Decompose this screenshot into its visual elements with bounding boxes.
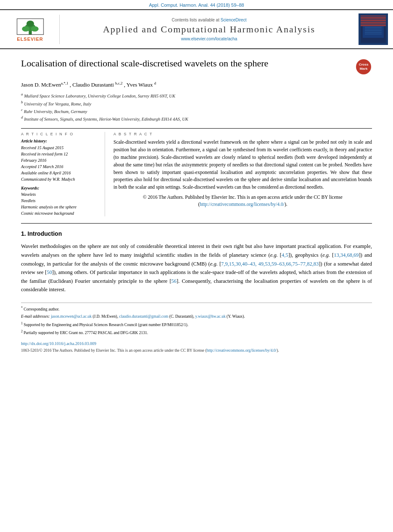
keyword-3: Harmonic analysis on the sphere: [21, 204, 99, 210]
footnote-2: 2 Partially supported by ERC Grant no. 2…: [21, 329, 372, 336]
ref-4-5[interactable]: 4,5: [282, 252, 288, 258]
author-separator-2: , Yves Wiaux: [124, 82, 154, 88]
article-info-abstract-columns: A R T I C L E I N F O Article history: R…: [21, 132, 372, 216]
history-received: Received 15 August 2015: [21, 145, 99, 151]
science-direct-link[interactable]: ScienceDirect: [221, 18, 247, 22]
footnote-email: E-mail addresses: jason.mcewen@ucl.ac.uk…: [21, 313, 372, 319]
article-title-text: Localisation of directional scale-discre…: [21, 58, 268, 70]
affil-sup-b: b,c,2: [115, 81, 123, 85]
ref-cmb[interactable]: 7,9,15,30,40–43, 49,53,59–63,66,75–77,82…: [221, 261, 319, 267]
abstract-column: A B S T R A C T Scale-discretised wavele…: [113, 132, 372, 216]
affil-sup-a: a,*,1: [61, 81, 69, 85]
article-history-label: Article history:: [21, 139, 99, 143]
svg-text:Harmonic Analysis: Harmonic Analysis: [367, 22, 380, 24]
contents-available-text: Contents lists available at ScienceDirec…: [68, 18, 350, 22]
introduction-paragraph-1: Wavelet methodologies on the sphere are …: [21, 242, 372, 294]
introduction-section: 1. Introduction Wavelet methodologies on…: [21, 230, 372, 294]
history-accepted: Accepted 17 March 2016: [21, 163, 99, 170]
email-mcewen[interactable]: jason.mcewen@ucl.ac.uk: [51, 314, 92, 319]
affiliation-c: c Ruhr University, Bochum, Germany: [21, 107, 372, 115]
journal-citation-bar: Appl. Comput. Harmon. Anal. 44 (2018) 59…: [0, 0, 393, 9]
keyword-4: Cosmic microwave background: [21, 210, 99, 216]
svg-text:Cross: Cross: [359, 63, 369, 66]
svg-point-4: [26, 21, 34, 26]
crossmark-badge-icon[interactable]: Cross Mark: [355, 58, 372, 75]
section-1-title: 1. Introduction: [21, 230, 372, 237]
journal-citation-text: Appl. Comput. Harmon. Anal. 44 (2018) 59…: [149, 3, 244, 8]
keywords-label: Keywords:: [21, 186, 99, 190]
abstract-heading: A B S T R A C T: [113, 132, 372, 136]
footnotes-section: * Corresponding author. E-mail addresses…: [21, 303, 372, 336]
journal-main-title: Applied and Computational Harmonic Analy…: [68, 24, 350, 35]
bottom-cc-link[interactable]: http://creativecommons.org/licenses/by/4…: [207, 348, 277, 353]
ref-13-34-68-69[interactable]: 13,34,68,69: [334, 252, 359, 258]
footnote-star: * Corresponding author.: [21, 306, 372, 312]
article-title-block: Localisation of directional scale-discre…: [21, 58, 372, 75]
svg-text:Applied and Computational: Applied and Computational: [363, 20, 383, 22]
authors-line: Jason D. McEwena,*,1 , Claudio Durastant…: [21, 81, 372, 88]
author-separator-1: , Claudio Durastanti: [70, 82, 115, 88]
ref-56[interactable]: 56: [171, 278, 177, 284]
article-content: Localisation of directional scale-discre…: [0, 49, 393, 362]
email-wiaux[interactable]: y.wiaux@hw.ac.uk: [195, 314, 226, 319]
footnote-1: 1 Supported by the Engineering and Physi…: [21, 321, 372, 328]
journal-title-block: Contents lists available at ScienceDirec…: [60, 18, 359, 41]
elsevier-label: ELSEVIER: [17, 37, 43, 42]
affiliations-block: a Mullard Space Science Laboratory, Univ…: [21, 92, 372, 122]
cc-license-link[interactable]: http://creativecommons.org/licenses/by/4…: [200, 202, 285, 207]
email-durastanti[interactable]: claudio.durastanti@gmail.com: [119, 314, 168, 319]
cc-license-text: © 2016 The Authors. Published by Elsevie…: [113, 194, 372, 208]
section-divider-1: [21, 128, 372, 129]
journal-header: ELSEVIER Contents lists available at Sci…: [0, 9, 393, 49]
elsevier-logo: ELSEVIER: [5, 15, 60, 44]
article-info-heading: A R T I C L E I N F O: [21, 132, 99, 136]
history-online: Available online 8 April 2016: [21, 170, 99, 176]
history-revised-month: February 2016: [21, 157, 99, 163]
affiliation-b: b University of Tor Vergata, Rome, Italy: [21, 100, 372, 107]
author-mcewen: Jason D. McEwen: [21, 82, 61, 88]
svg-text:Mark: Mark: [360, 67, 368, 71]
journal-url[interactable]: www.elsevier.com/locate/acha: [68, 37, 350, 41]
elsevier-tree-icon: [13, 17, 47, 36]
bottom-copyright: 1063-5203/© 2016 The Authors. Published …: [21, 348, 372, 353]
svg-point-3: [31, 26, 38, 32]
svg-rect-10: [363, 25, 384, 38]
history-communicated: Communicated by W.R. Madych: [21, 176, 99, 182]
affiliation-d: d Institute of Sensors, Signals, and Sys…: [21, 115, 372, 122]
affil-sup-d: d: [154, 81, 156, 85]
journal-cover-image: Applied and Computational Harmonic Analy…: [361, 16, 386, 43]
affiliation-a: a Mullard Space Science Laboratory, Univ…: [21, 92, 372, 99]
ref-50[interactable]: 50: [47, 269, 52, 275]
journal-cover-thumbnail: Applied and Computational Harmonic Analy…: [359, 13, 388, 45]
section-divider-2: [21, 223, 372, 224]
doi-link[interactable]: http://dx.doi.org/10.1016/j.acha.2016.03…: [21, 341, 372, 346]
keyword-2: Needlets: [21, 198, 99, 204]
history-revised: Received in revised form 12: [21, 151, 99, 157]
keyword-1: Wavelets: [21, 191, 99, 198]
abstract-text: Scale-discretised wavelets yield a direc…: [113, 139, 372, 208]
svg-rect-7: [363, 17, 384, 24]
article-info-column: A R T I C L E I N F O Article history: R…: [21, 132, 105, 216]
abstract-paragraph: Scale-discretised wavelets yield a direc…: [113, 139, 372, 191]
svg-point-2: [22, 26, 29, 32]
